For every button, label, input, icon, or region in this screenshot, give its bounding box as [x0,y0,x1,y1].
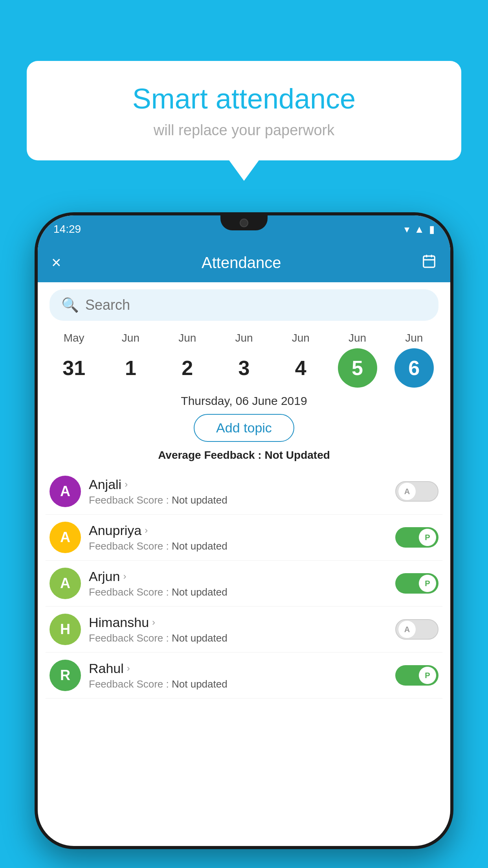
student-name: Arjun › [89,569,387,584]
status-bar: 14:29 ▾ ▲ ▮ [38,215,450,243]
selected-date-label: Thursday, 06 June 2019 [38,394,450,408]
calendar-day[interactable]: Jun2 [162,332,213,388]
chevron-icon: › [127,663,130,674]
attendance-toggle[interactable]: P [395,527,438,548]
app-bar-title: Attendance [202,254,281,272]
calendar-day[interactable]: Jun6 [389,332,440,388]
chevron-icon: › [152,617,155,628]
student-feedback: Feedback Score : Not updated [89,632,387,644]
avg-feedback-label: Average Feedback : [158,449,264,461]
speech-bubble: Smart attendance will replace your paper… [27,61,461,160]
calendar-day[interactable]: Jun4 [275,332,326,388]
notch-camera [240,219,248,227]
toggle-knob: A [398,620,416,638]
search-bar[interactable]: 🔍 [50,289,438,321]
calendar-day[interactable]: Jun1 [105,332,156,388]
bubble-title: Smart attendance [50,83,438,115]
avatar: A [50,522,81,553]
student-item[interactable]: AAnupriya ›Feedback Score : Not updatedP [46,515,442,561]
cal-month: Jun [292,332,310,344]
status-icons: ▾ ▲ ▮ [404,223,435,235]
student-name: Himanshu › [89,615,387,630]
student-info: Anjali ›Feedback Score : Not updated [89,477,387,506]
speech-bubble-wrapper: Smart attendance will replace your paper… [27,61,461,160]
cal-date[interactable]: 2 [168,348,207,388]
cal-month: Jun [122,332,139,344]
cal-month: Jun [405,332,423,344]
student-item[interactable]: AArjun ›Feedback Score : Not updatedP [46,561,442,607]
cal-date[interactable]: 6 [394,348,434,388]
cal-month: May [64,332,84,344]
wifi-icon: ▾ [404,223,409,235]
cal-month: Jun [178,332,196,344]
status-time: 14:29 [53,223,81,235]
search-icon: 🔍 [61,297,79,313]
student-info: Rahul ›Feedback Score : Not updated [89,661,387,690]
calendar-strip: May31Jun1Jun2Jun3Jun4Jun5Jun6 [38,328,450,390]
student-name: Rahul › [89,661,387,676]
student-item[interactable]: AAnjali ›Feedback Score : Not updatedA [46,469,442,515]
avg-feedback-value: Not Updated [264,449,330,461]
battery-icon: ▮ [429,223,435,235]
cal-month: Jun [349,332,366,344]
toggle-knob: A [398,482,416,500]
cal-date[interactable]: 3 [224,348,264,388]
student-item[interactable]: HHimanshu ›Feedback Score : Not updatedA [46,607,442,653]
calendar-day[interactable]: May31 [48,332,99,388]
avatar: H [50,614,81,645]
search-input[interactable] [85,297,427,313]
attendance-toggle[interactable]: P [395,573,438,594]
calendar-icon[interactable] [422,254,437,272]
add-topic-button[interactable]: Add topic [194,414,294,442]
toggle-knob: P [418,666,437,684]
cal-month: Jun [235,332,253,344]
student-item[interactable]: RRahul ›Feedback Score : Not updatedP [46,653,442,699]
notch [220,215,268,230]
cal-date[interactable]: 4 [281,348,320,388]
student-feedback: Feedback Score : Not updated [89,678,387,690]
phone-frame: 14:29 ▾ ▲ ▮ × Attendance 🔍 [35,212,453,849]
signal-icon: ▲ [414,223,424,235]
student-info: Himanshu ›Feedback Score : Not updated [89,615,387,644]
chevron-icon: › [125,479,128,490]
student-info: Anupriya ›Feedback Score : Not updated [89,523,387,552]
chevron-icon: › [145,525,148,536]
student-name: Anjali › [89,477,387,492]
cal-date[interactable]: 31 [54,348,94,388]
student-feedback: Feedback Score : Not updated [89,540,387,552]
student-name: Anupriya › [89,523,387,538]
avatar: A [50,476,81,507]
chevron-icon: › [123,571,126,582]
student-feedback: Feedback Score : Not updated [89,494,387,506]
cal-date[interactable]: 5 [338,348,377,388]
calendar-day[interactable]: Jun5 [332,332,383,388]
toggle-knob: P [418,574,437,592]
toggle-knob: P [418,528,437,546]
app-bar: × Attendance [38,243,450,282]
avatar: A [50,568,81,599]
student-info: Arjun ›Feedback Score : Not updated [89,569,387,598]
student-feedback: Feedback Score : Not updated [89,586,387,598]
toggle-container[interactable]: A [395,481,438,502]
attendance-toggle[interactable]: P [395,665,438,686]
attendance-toggle[interactable]: A [395,619,438,640]
avatar: R [50,660,81,691]
toggle-container[interactable]: A [395,619,438,640]
toggle-container[interactable]: P [395,527,438,548]
avg-feedback: Average Feedback : Not Updated [38,449,450,462]
cal-date[interactable]: 1 [111,348,150,388]
phone-inner: 14:29 ▾ ▲ ▮ × Attendance 🔍 [38,215,450,846]
student-list: AAnjali ›Feedback Score : Not updatedAAA… [38,469,450,699]
close-button[interactable]: × [51,253,61,272]
bubble-subtitle: will replace your paperwork [50,122,438,139]
calendar-day[interactable]: Jun3 [218,332,270,388]
svg-rect-0 [424,256,435,267]
toggle-container[interactable]: P [395,665,438,686]
toggle-container[interactable]: P [395,573,438,594]
attendance-toggle[interactable]: A [395,481,438,502]
